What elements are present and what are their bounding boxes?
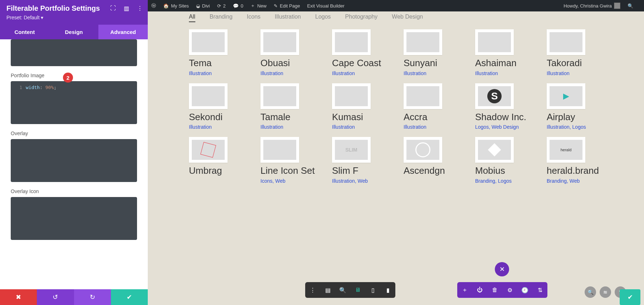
filter-photography[interactable]: Photography — [345, 14, 378, 22]
thumb — [475, 137, 514, 163]
portfolio-item[interactable]: AirplayIllustration, Logos — [547, 83, 602, 130]
layout-icon[interactable]: ▥ — [124, 5, 129, 12]
publish-button[interactable]: ✔ — [620, 289, 640, 305]
item-cats[interactable]: Illustration — [475, 70, 531, 76]
power-icon[interactable]: ⏻ — [472, 287, 487, 293]
wireframe-icon[interactable]: ▤ — [320, 287, 335, 294]
more-icon[interactable]: ⋮ — [137, 5, 143, 12]
portfolio-item[interactable]: Shadow Inc.Logos, Web Design — [475, 83, 531, 130]
wp-adminbar: ⓦ 🏠 My Sites ◒ Divi ⟳ 2 💬 0 ＋ New ✎ Edit… — [148, 0, 644, 11]
redo-button[interactable]: ↻ — [74, 289, 111, 305]
comments-link[interactable]: 💬 0 — [233, 3, 243, 9]
portfolio-item[interactable]: Cape CoastIllustration — [332, 29, 388, 76]
gear-icon[interactable]: ⚙ — [502, 287, 517, 294]
item-title: Tema — [189, 58, 245, 68]
filter-illustration[interactable]: Illustration — [275, 14, 301, 22]
close-fab[interactable]: ✕ — [495, 262, 509, 276]
item-cats[interactable]: Illustration — [260, 70, 316, 76]
divi-link[interactable]: ◒ Divi — [196, 3, 210, 9]
item-title: Tamale — [260, 112, 316, 122]
item-title: Obuasi — [260, 58, 316, 68]
css-editor-prev[interactable] — [11, 39, 137, 66]
mysites-link[interactable]: 🏠 My Sites — [163, 3, 189, 9]
zoom-icon[interactable]: 🔍 — [335, 287, 350, 294]
item-cats[interactable]: Illustration, Web — [332, 178, 388, 184]
tab-advanced[interactable]: Advanced — [98, 25, 148, 39]
item-cats[interactable]: Branding, Web — [547, 178, 602, 184]
portfolio-item[interactable]: Slim FIllustration, Web — [332, 137, 388, 184]
item-cats[interactable]: Illustration — [404, 124, 459, 130]
portfolio-item[interactable]: TakoradiIllustration — [547, 29, 602, 76]
search-icon[interactable]: 🔍 — [628, 3, 633, 9]
portfolio-item[interactable]: KumasiIllustration — [332, 83, 388, 130]
save-button[interactable]: ✔ — [111, 289, 148, 305]
item-cats[interactable]: Illustration — [404, 70, 459, 76]
portfolio-item[interactable]: Ascendgn — [404, 137, 459, 184]
find-icon[interactable]: 🔍 — [585, 286, 596, 298]
item-cats[interactable]: Icons, Web — [260, 178, 316, 184]
css-editor-image[interactable]: 1width: 90%; — [11, 81, 137, 124]
item-cats[interactable]: Illustration — [189, 124, 245, 130]
portfolio-item[interactable]: TemaIllustration — [189, 29, 245, 76]
thumb — [189, 83, 228, 109]
desktop-icon[interactable]: 🖥 — [350, 287, 365, 293]
add-icon[interactable]: ＋ — [457, 286, 472, 294]
howdy-link[interactable]: Howdy, Christina Gwira — [564, 3, 620, 9]
expand-icon[interactable]: ⛶ — [110, 5, 116, 12]
item-cats[interactable]: Illustration, Logos — [547, 124, 602, 130]
portfolio-item[interactable]: MobiusBranding, Logos — [475, 137, 531, 184]
filter-icons[interactable]: Icons — [247, 14, 260, 22]
thumb — [475, 83, 514, 109]
undo-button[interactable]: ↺ — [37, 289, 74, 305]
new-link[interactable]: ＋ New — [250, 3, 267, 9]
thumb — [404, 29, 442, 55]
filter-logos[interactable]: Logos — [315, 14, 331, 22]
item-cats[interactable]: Branding, Logos — [475, 178, 531, 184]
portfolio-grid: TemaIllustrationObuasiIllustrationCape C… — [148, 29, 644, 184]
edit-page-link[interactable]: ✎ Edit Page — [274, 3, 300, 9]
css-editor-overlay-icon[interactable] — [11, 197, 137, 240]
portfolio-item[interactable]: AshaimanIllustration — [475, 29, 531, 76]
filter-webdesign[interactable]: Web Design — [392, 14, 423, 22]
item-cats[interactable]: Illustration — [260, 124, 316, 130]
updates-link[interactable]: ⟳ 2 — [217, 3, 226, 9]
tab-content[interactable]: Content — [0, 25, 49, 39]
portfolio-item[interactable]: Umbrag — [189, 137, 245, 184]
item-cats[interactable]: Logos, Web Design — [475, 124, 531, 130]
avatar — [614, 3, 620, 9]
item-cats[interactable]: Illustration — [332, 124, 388, 130]
preset-select[interactable]: Preset: Default ▾ — [6, 15, 141, 20]
label-overlay: Overlay — [11, 131, 137, 136]
portfolio-item[interactable]: AccraIllustration — [404, 83, 459, 130]
filter-all[interactable]: All — [189, 14, 195, 22]
trash-icon[interactable]: 🗑 — [487, 287, 502, 293]
item-title: herald.brand — [547, 166, 602, 176]
tablet-icon[interactable]: ▯ — [365, 287, 380, 294]
item-cats[interactable]: Illustration — [189, 70, 245, 76]
css-editor-overlay[interactable] — [11, 139, 137, 182]
menu-icon[interactable]: ⋮ — [305, 287, 320, 294]
wp-logo-icon[interactable]: ⓦ — [151, 3, 156, 9]
portfolio-item[interactable]: herald.brandBranding, Web — [547, 137, 602, 184]
exit-vb-link[interactable]: Exit Visual Builder — [307, 3, 345, 9]
history-icon[interactable]: 🕘 — [517, 287, 532, 294]
thumb — [547, 29, 585, 55]
item-title: Kumasi — [332, 112, 388, 122]
phone-icon[interactable]: ▮ — [380, 287, 395, 294]
item-title: Ashaiman — [475, 58, 531, 68]
layers-icon[interactable]: ≋ — [600, 286, 611, 298]
portfolio-item[interactable]: SunyaniIllustration — [404, 29, 459, 76]
item-title: Shadow Inc. — [475, 112, 531, 122]
callout-2: 2 — [63, 73, 73, 83]
item-cats[interactable]: Illustration — [332, 70, 388, 76]
portfolio-item[interactable]: SekondiIllustration — [189, 83, 245, 130]
portfolio-item[interactable]: ObuasiIllustration — [260, 29, 316, 76]
item-title: Mobius — [475, 166, 531, 176]
sort-icon[interactable]: ⇅ — [532, 287, 547, 294]
tab-design[interactable]: Design — [49, 25, 99, 39]
portfolio-item[interactable]: TamaleIllustration — [260, 83, 316, 130]
portfolio-item[interactable]: Line Icon SetIcons, Web — [260, 137, 316, 184]
item-cats[interactable]: Illustration — [547, 70, 602, 76]
cancel-button[interactable]: ✖ — [0, 289, 37, 305]
filter-branding[interactable]: Branding — [210, 14, 233, 22]
